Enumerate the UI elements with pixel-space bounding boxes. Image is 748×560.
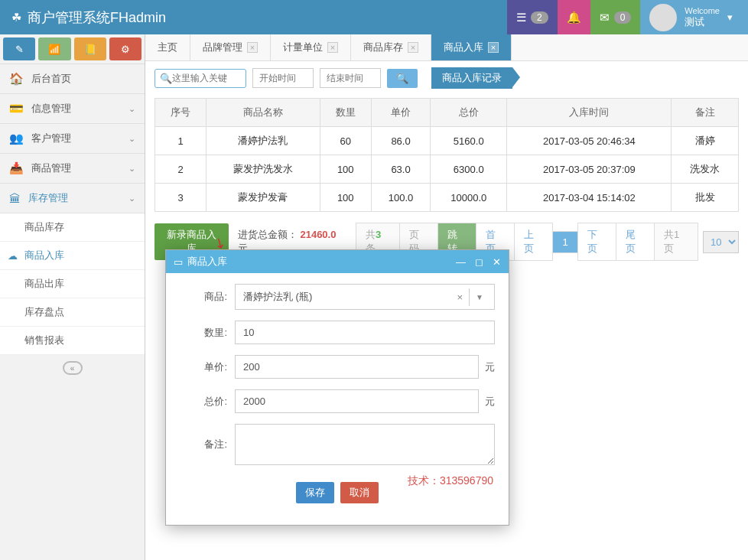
table-row[interactable]: 2蒙发护洗发水10063.06300.02017-03-05 20:37:09洗… bbox=[155, 155, 739, 184]
top-navbar: ☘ 商户管理系统FHadmin ☰ 2 🔔 ✉ 0 Welcome 测试 ▾ bbox=[0, 0, 748, 34]
pencil-icon: ✎ bbox=[15, 44, 24, 55]
sidebar-item[interactable]: 💳信息管理⌄ bbox=[0, 94, 145, 124]
dropdown-icon[interactable]: ▼ bbox=[469, 288, 489, 306]
column-header: 备注 bbox=[672, 99, 739, 127]
tab[interactable]: 商品入库× bbox=[431, 34, 512, 60]
sidebar-item[interactable]: 📥商品管理⌄ bbox=[0, 154, 145, 184]
nav-mail[interactable]: ✉ 0 bbox=[590, 0, 641, 34]
sidebar-item[interactable]: 🏠后台首页 bbox=[0, 64, 145, 94]
column-header: 序号 bbox=[155, 99, 207, 127]
dialog-titlebar[interactable]: ▭ 商品入库 ― ◻ ✕ bbox=[166, 250, 509, 273]
tool-row: ✎ 📶 📒 ⚙ bbox=[0, 34, 145, 64]
nav-tasks[interactable]: ☰ 2 bbox=[507, 0, 558, 34]
search-input[interactable] bbox=[172, 73, 238, 83]
record-link[interactable]: 商品入库记录 bbox=[431, 67, 512, 89]
save-button[interactable]: 保存 bbox=[296, 482, 334, 503]
toolbar: 🔍 🔍 商品入库记录 bbox=[145, 61, 748, 95]
brand-text: 商户管理系统FHadmin bbox=[28, 8, 166, 27]
search-box[interactable]: 🔍 bbox=[154, 69, 246, 88]
menu-icon: 🏠 bbox=[9, 72, 24, 86]
avatar bbox=[649, 4, 677, 31]
tool-edit[interactable]: ✎ bbox=[3, 37, 35, 60]
last-page[interactable]: 尾页 bbox=[616, 223, 655, 261]
tab-close-icon[interactable]: × bbox=[327, 42, 338, 53]
submenu-item[interactable]: 商品入库 bbox=[0, 242, 145, 270]
price-input[interactable] bbox=[235, 355, 479, 379]
search-icon: 🔍 bbox=[396, 73, 408, 84]
tech-watermark: 技术：313596790 bbox=[408, 474, 493, 488]
menu-icon: 📥 bbox=[9, 161, 24, 175]
minimize-icon[interactable]: ― bbox=[456, 256, 466, 268]
cancel-button[interactable]: 取消 bbox=[340, 482, 379, 503]
chevron-down-icon: ⌄ bbox=[128, 104, 135, 114]
gears-icon: ⚙ bbox=[121, 44, 130, 55]
qty-label: 数里: bbox=[180, 326, 235, 340]
mail-badge: 0 bbox=[614, 11, 632, 24]
tool-book[interactable]: 📒 bbox=[74, 37, 106, 60]
current-page[interactable]: 1 bbox=[552, 231, 577, 253]
search-button[interactable]: 🔍 bbox=[387, 69, 418, 88]
column-header: 单价 bbox=[371, 99, 430, 127]
submenu-item[interactable]: 商品库存 bbox=[0, 213, 145, 242]
column-header: 总价 bbox=[431, 99, 507, 127]
end-date-input[interactable] bbox=[320, 68, 381, 88]
submenu-item[interactable]: 商品出库 bbox=[0, 270, 145, 298]
nav-user[interactable]: Welcome 测试 ▾ bbox=[640, 0, 748, 34]
list-icon: ☰ bbox=[516, 11, 526, 24]
sidebar: ✎ 📶 📒 ⚙ 🏠后台首页💳信息管理⌄👥客户管理⌄📥商品管理⌄🏛库存管理⌄ 商品… bbox=[0, 34, 145, 560]
book-icon: 📒 bbox=[84, 44, 96, 55]
next-page[interactable]: 下页 bbox=[577, 223, 616, 261]
brand: ☘ 商户管理系统FHadmin bbox=[0, 8, 177, 27]
column-header: 入库时间 bbox=[507, 99, 672, 127]
product-select[interactable]: 潘婷护法乳 (瓶) × ▼ bbox=[235, 284, 495, 310]
tab-close-icon[interactable]: × bbox=[247, 42, 258, 53]
tab-bar: 主页品牌管理×计量单位×商品库存×商品入库× bbox=[145, 34, 748, 61]
page-size-select[interactable]: 10 bbox=[703, 231, 739, 253]
search-icon: 🔍 bbox=[160, 73, 172, 84]
pages-total: 共1页 bbox=[654, 223, 698, 261]
tab[interactable]: 主页 bbox=[145, 34, 190, 60]
remark-label: 备注: bbox=[180, 438, 235, 451]
product-label: 商品: bbox=[180, 290, 235, 304]
qty-input[interactable] bbox=[235, 321, 495, 344]
sidebar-item[interactable]: 🏛库存管理⌄ bbox=[0, 184, 145, 213]
bell-icon: 🔔 bbox=[567, 11, 581, 24]
tab-close-icon[interactable]: × bbox=[408, 42, 418, 53]
stock-in-dialog: ▭ 商品入库 ― ◻ ✕ 商品: 潘婷护法乳 (瓶) × ▼ 数里: bbox=[165, 249, 509, 526]
submenu-item[interactable]: 库存盘点 bbox=[0, 298, 145, 327]
caret-down-icon: ▾ bbox=[727, 11, 733, 23]
maximize-icon[interactable]: ◻ bbox=[475, 256, 483, 268]
tool-stats[interactable]: 📶 bbox=[38, 37, 70, 60]
start-date-input[interactable] bbox=[252, 68, 314, 88]
window-icon: ▭ bbox=[174, 256, 183, 268]
clear-icon[interactable]: × bbox=[451, 291, 470, 303]
nav-alerts[interactable]: 🔔 bbox=[558, 0, 590, 34]
data-table: 序号商品名称数里单价总价入库时间备注 1潘婷护法乳6086.05160.0201… bbox=[154, 98, 739, 212]
tab-close-icon[interactable]: × bbox=[488, 42, 499, 53]
close-icon[interactable]: ✕ bbox=[493, 256, 501, 268]
menu-icon: 👥 bbox=[9, 132, 24, 145]
tab[interactable]: 商品库存× bbox=[351, 34, 431, 60]
sidebar-collapse[interactable]: « bbox=[63, 361, 83, 375]
table-row[interactable]: 1潘婷护法乳6086.05160.02017-03-05 20:46:34潘婷 bbox=[155, 127, 739, 155]
signal-icon: 📶 bbox=[48, 44, 60, 55]
sidebar-item[interactable]: 👥客户管理⌄ bbox=[0, 124, 145, 154]
tasks-badge: 2 bbox=[531, 11, 548, 24]
total-input[interactable] bbox=[235, 389, 479, 413]
price-unit: 元 bbox=[479, 360, 495, 374]
menu-icon: 🏛 bbox=[9, 192, 21, 205]
product-value: 潘婷护法乳 (瓶) bbox=[243, 290, 312, 304]
table-row[interactable]: 3蒙发护发膏100100.010000.02017-03-04 15:14:02… bbox=[155, 184, 739, 212]
menu-icon: 💳 bbox=[9, 102, 24, 116]
chevron-down-icon: ⌄ bbox=[128, 194, 135, 203]
leaf-icon: ☘ bbox=[11, 11, 21, 24]
total-label: 总价: bbox=[180, 395, 235, 409]
chevron-down-icon: ⌄ bbox=[128, 134, 135, 144]
dialog-title: 商品入库 bbox=[187, 255, 227, 269]
submenu-item[interactable]: 销售报表 bbox=[0, 327, 145, 355]
remark-input[interactable] bbox=[235, 424, 495, 465]
tab[interactable]: 品牌管理× bbox=[190, 34, 271, 60]
tool-settings[interactable]: ⚙ bbox=[109, 37, 141, 60]
prev-page[interactable]: 上页 bbox=[514, 223, 553, 261]
tab[interactable]: 计量单位× bbox=[271, 34, 351, 60]
